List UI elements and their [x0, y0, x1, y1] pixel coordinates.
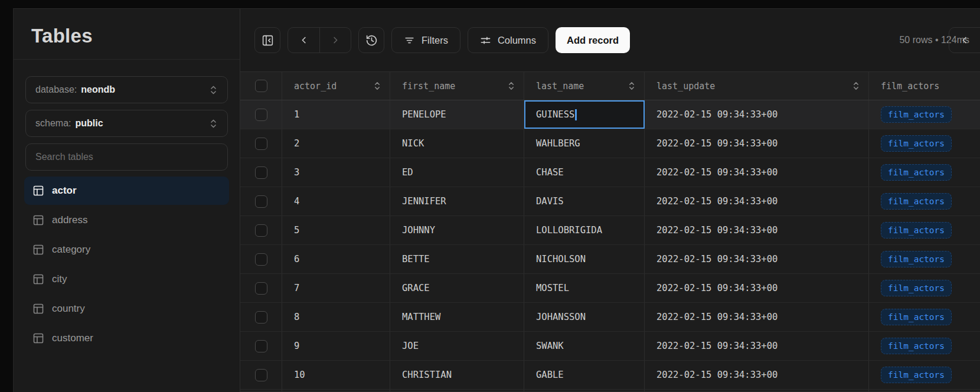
- cell-last-update[interactable]: 2022-02-15 09:34:33+00: [645, 245, 869, 273]
- cell-actor-id[interactable]: 2: [282, 129, 390, 158]
- row-checkbox[interactable]: [255, 340, 267, 352]
- row-checkbox[interactable]: [255, 109, 267, 121]
- back-button[interactable]: [288, 28, 319, 53]
- sidebar-item-address[interactable]: address: [24, 206, 229, 234]
- prev-page-button[interactable]: [949, 28, 980, 53]
- row-select-cell: [240, 187, 282, 215]
- column-header-last-name[interactable]: last_name: [524, 72, 645, 100]
- cell-last-update[interactable]: 2022-02-15 09:34:33+00: [645, 158, 869, 187]
- table-icon: [32, 332, 44, 344]
- add-record-button[interactable]: Add record: [556, 27, 630, 53]
- cell-actor-id[interactable]: 8: [282, 303, 390, 331]
- chevron-up-down-icon: [209, 85, 218, 95]
- row-checkbox[interactable]: [255, 224, 267, 237]
- cell-last-name[interactable]: NICHOLSON: [524, 245, 645, 273]
- cell-first-name[interactable]: ED: [390, 158, 524, 187]
- column-header-first-name[interactable]: first_name: [390, 72, 524, 100]
- cell-first-name[interactable]: GRACE: [390, 274, 524, 302]
- cell-first-name[interactable]: BETTE: [390, 245, 524, 273]
- sidebar-item-category[interactable]: category: [24, 236, 229, 264]
- forward-button[interactable]: [319, 28, 351, 53]
- filters-button-label: Filters: [422, 35, 448, 46]
- cell-last-update[interactable]: 2022-02-15 09:34:33+00: [645, 303, 869, 331]
- row-checkbox[interactable]: [255, 369, 267, 381]
- cell-first-name[interactable]: NICK: [390, 129, 524, 158]
- cell-last-name[interactable]: MOSTEL: [524, 274, 645, 302]
- relation-badge[interactable]: film_actors: [881, 338, 952, 354]
- column-header-last-update[interactable]: last_update: [645, 72, 869, 100]
- cell-first-name[interactable]: JOE: [390, 332, 524, 360]
- cell-first-name[interactable]: CHRISTIAN: [390, 361, 524, 389]
- relation-badge[interactable]: film_actors: [881, 251, 952, 267]
- cell-actor-id[interactable]: 6: [282, 245, 390, 273]
- column-header-label: film_actors: [881, 81, 939, 92]
- relation-badge[interactable]: film_actors: [881, 222, 952, 239]
- row-checkbox[interactable]: [255, 166, 267, 179]
- row-checkbox[interactable]: [255, 311, 267, 324]
- cell-first-name[interactable]: JOHNNY: [390, 216, 524, 244]
- cell-last-name[interactable]: SWANK: [524, 332, 645, 360]
- sidebar-item-actor[interactable]: actor: [24, 177, 229, 205]
- row-checkbox[interactable]: [255, 253, 267, 266]
- row-select-cell: [240, 245, 282, 273]
- sidebar-table-item-label: category: [52, 244, 90, 256]
- cell-last-name[interactable]: GABLE: [524, 361, 645, 389]
- cell-last-name[interactable]: DAVIS: [524, 187, 645, 215]
- cell-last-update[interactable]: 2022-02-15 09:34:33+00: [645, 216, 869, 244]
- relation-badge[interactable]: film_actors: [881, 135, 952, 152]
- cell-last-name[interactable]: LOLLOBRIGIDA: [524, 216, 645, 244]
- schema-select-label: schema:: [35, 118, 71, 129]
- sidebar-item-customer[interactable]: customer: [24, 324, 229, 352]
- filters-button[interactable]: Filters: [391, 27, 460, 53]
- cell-actor-id[interactable]: 1: [282, 100, 390, 129]
- cell-last-update[interactable]: 2022-02-15 09:34:33+00: [645, 187, 869, 215]
- relation-badge[interactable]: film_actors: [881, 309, 952, 325]
- sidebar-item-city[interactable]: city: [24, 265, 229, 293]
- cell-editing[interactable]: GUINESS: [524, 100, 645, 129]
- cell-actor-id[interactable]: 10: [282, 361, 390, 389]
- row-select-cell: [240, 216, 282, 244]
- cell-first-name[interactable]: JENNIFER: [390, 187, 524, 215]
- cell-film-actors: film_actors: [869, 303, 980, 331]
- cell-first-name[interactable]: MATTHEW: [390, 303, 524, 331]
- table-row: 3 ED CHASE 2022-02-15 09:34:33+00 film_a…: [240, 158, 980, 187]
- sort-icon: [628, 81, 636, 91]
- relation-badge[interactable]: film_actors: [881, 164, 952, 181]
- cell-last-update[interactable]: 2022-02-15 09:34:33+00: [645, 100, 869, 129]
- row-checkbox[interactable]: [255, 282, 267, 295]
- cell-film-actors: film_actors: [869, 361, 980, 389]
- collapse-sidebar-button[interactable]: [254, 27, 280, 53]
- cell-first-name[interactable]: PENELOPE: [390, 100, 524, 129]
- cell-actor-id[interactable]: 4: [282, 187, 390, 215]
- cell-last-update[interactable]: 2022-02-15 09:34:33+00: [645, 129, 869, 158]
- row-checkbox[interactable]: [255, 195, 267, 208]
- grid-body: 1 PENELOPE GUINESS 2022-02-15 09:34:33+0…: [240, 100, 980, 392]
- cell-last-name[interactable]: WAHLBERG: [524, 129, 645, 158]
- relation-badge[interactable]: film_actors: [881, 280, 952, 296]
- relation-badge[interactable]: film_actors: [881, 193, 952, 210]
- select-all-checkbox[interactable]: [255, 80, 267, 92]
- data-grid: actor_id first_name last_name: [240, 71, 980, 392]
- sidebar-item-country[interactable]: country: [24, 295, 229, 323]
- cell-last-update[interactable]: 2022-02-15 09:34:33+00: [645, 274, 869, 302]
- search-tables-input[interactable]: [35, 152, 218, 162]
- cell-actor-id[interactable]: 5: [282, 216, 390, 244]
- schema-select[interactable]: schema: public: [25, 110, 228, 137]
- cell-actor-id[interactable]: 3: [282, 158, 390, 187]
- relation-badge[interactable]: film_actors: [881, 367, 952, 383]
- row-select-cell: [240, 332, 282, 360]
- row-checkbox[interactable]: [255, 138, 267, 150]
- database-select[interactable]: database: neondb: [25, 76, 228, 103]
- column-header-actor-id[interactable]: actor_id: [282, 72, 390, 100]
- cell-last-update[interactable]: 2022-02-15 09:34:33+00: [645, 332, 869, 360]
- cell-actor-id[interactable]: 7: [282, 274, 390, 302]
- cell-last-name[interactable]: JOHANSSON: [524, 303, 645, 331]
- columns-button[interactable]: Columns: [468, 27, 548, 53]
- column-header-label: last_update: [656, 81, 715, 92]
- history-button[interactable]: [358, 27, 384, 53]
- cell-actor-id[interactable]: 9: [282, 332, 390, 360]
- relation-badge[interactable]: film_actors: [881, 106, 952, 123]
- cell-last-name[interactable]: CHASE: [524, 158, 645, 187]
- cell-last-update[interactable]: 2022-02-15 09:34:33+00: [645, 361, 869, 389]
- column-header-film-actors[interactable]: film_actors: [869, 72, 980, 100]
